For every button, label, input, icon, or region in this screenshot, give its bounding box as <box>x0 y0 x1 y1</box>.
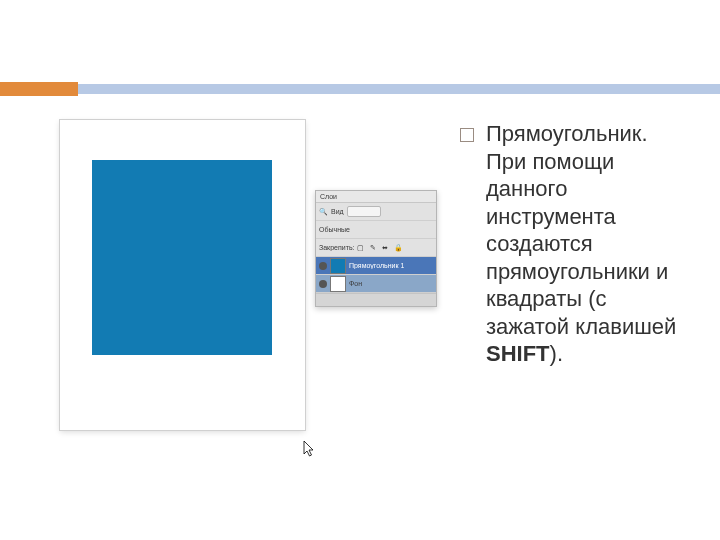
accent-bar <box>0 84 720 94</box>
slide-body: Слои 🔍 Вид Обычные Закрепить: ▢ ✎ ⬌ 🔒 Пр… <box>60 120 690 500</box>
desc-shift: SHIFT <box>486 341 550 366</box>
cursor-icon <box>303 440 315 458</box>
lock-row: Закрепить: ▢ ✎ ⬌ 🔒 <box>316 239 436 257</box>
lock-label: Закрепить: <box>319 244 354 251</box>
visibility-eye-icon[interactable] <box>319 280 327 288</box>
layer-name: Фон <box>349 280 362 287</box>
layers-view-row: 🔍 Вид <box>316 203 436 221</box>
layers-tab[interactable]: Слои <box>316 191 436 203</box>
magnifier-icon: 🔍 <box>319 208 328 216</box>
blend-mode-label: Обычные <box>319 226 350 233</box>
lock-icons[interactable]: ▢ ✎ ⬌ 🔒 <box>357 244 405 252</box>
desc-title: Прямоугольник. <box>486 121 648 146</box>
description: Прямоугольник. При помощи данного инстру… <box>460 120 690 500</box>
blend-mode-row[interactable]: Обычные <box>316 221 436 239</box>
visibility-eye-icon[interactable] <box>319 262 327 270</box>
screenshot: Слои 🔍 Вид Обычные Закрепить: ▢ ✎ ⬌ 🔒 Пр… <box>60 120 430 450</box>
editor-canvas <box>60 120 305 430</box>
desc-body-2: ). <box>550 341 563 366</box>
view-dropdown[interactable] <box>347 206 381 217</box>
layer-thumb <box>330 276 346 292</box>
layer-thumb <box>330 258 346 274</box>
layer-name: Прямоугольник 1 <box>349 262 404 269</box>
layers-tab-label: Слои <box>320 193 337 200</box>
layer-row-background[interactable]: Фон <box>316 275 436 293</box>
blue-rectangle <box>92 160 272 355</box>
bullet-icon <box>460 128 474 142</box>
layer-row-rectangle[interactable]: Прямоугольник 1 <box>316 257 436 275</box>
desc-body-1: При помощи данного инструмента создаются… <box>486 149 676 339</box>
panel-footer <box>316 293 436 306</box>
layers-panel: Слои 🔍 Вид Обычные Закрепить: ▢ ✎ ⬌ 🔒 Пр… <box>315 190 437 307</box>
view-label: Вид <box>331 208 344 215</box>
